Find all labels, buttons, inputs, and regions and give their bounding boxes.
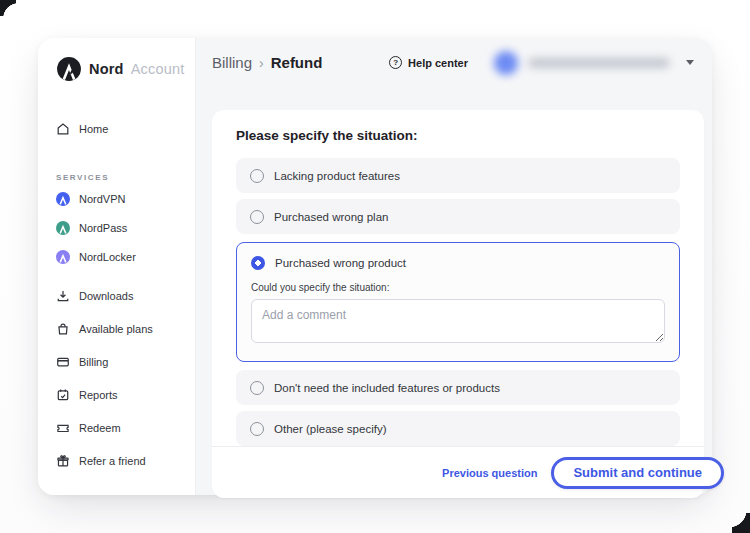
sidebar-item-label: Reports (79, 389, 118, 401)
chevron-right-icon: › (259, 55, 264, 71)
topbar-right: ? Help center (389, 51, 694, 75)
option-dont-need-features[interactable]: Don't need the included features or prod… (236, 370, 680, 405)
help-center-button[interactable]: ? Help center (389, 56, 468, 69)
sidebar: Nord Account Home SERVICES NordVPN (38, 38, 196, 495)
breadcrumb-billing[interactable]: Billing (212, 54, 252, 71)
option-label: Purchased wrong plan (274, 211, 388, 223)
sidebar-item-nordlocker[interactable]: NordLocker (56, 242, 179, 271)
nordpass-icon (56, 221, 70, 235)
option-lacking-product-features[interactable]: Lacking product features (236, 158, 680, 193)
followup-question-label: Could you specify the situation: (251, 282, 665, 293)
gift-icon (56, 454, 70, 468)
submit-and-continue-button[interactable]: Submit and continue (551, 457, 724, 489)
radio-unselected-icon[interactable] (250, 169, 264, 183)
sidebar-item-nordvpn[interactable]: NordVPN (56, 184, 179, 213)
sidebar-item-label: NordPass (79, 222, 127, 234)
option-label: Lacking product features (274, 170, 400, 182)
option-label: Don't need the included features or prod… (274, 382, 500, 394)
ticket-icon (56, 421, 70, 435)
home-icon (56, 122, 70, 136)
option-purchased-wrong-product[interactable]: Purchased wrong product (251, 253, 665, 273)
survey-footer: Previous question Submit and continue (212, 446, 704, 498)
radio-unselected-icon[interactable] (250, 422, 264, 436)
option-label: Other (please specify) (274, 423, 387, 435)
report-calendar-icon (56, 388, 70, 402)
option-purchased-wrong-plan[interactable]: Purchased wrong plan (236, 199, 680, 234)
sidebar-item-home[interactable]: Home (56, 114, 179, 144)
survey-question-title: Please specify the situation: (236, 128, 680, 143)
survey-body: Please specify the situation: Lacking pr… (212, 110, 704, 446)
sidebar-item-label: Downloads (79, 290, 133, 302)
option-other[interactable]: Other (please specify) (236, 411, 680, 446)
background-window-corner (732, 513, 750, 533)
option-label: Purchased wrong product (275, 257, 406, 269)
help-center-label: Help center (408, 57, 468, 69)
sidebar-item-label: NordLocker (79, 251, 136, 263)
sidebar-item-available-plans[interactable]: Available plans (56, 312, 179, 345)
sidebar-item-billing[interactable]: Billing (56, 345, 179, 378)
sidebar-item-redeem[interactable]: Redeem (56, 411, 179, 444)
radio-unselected-icon[interactable] (250, 381, 264, 395)
option-purchased-wrong-product-selected: Purchased wrong product Could you specif… (236, 242, 680, 362)
refund-survey-card: Please specify the situation: Lacking pr… (212, 110, 704, 498)
background-window-corner (0, 0, 16, 16)
survey-options: Lacking product features Purchased wrong… (236, 158, 680, 446)
brand-logo[interactable]: Nord Account (56, 52, 179, 86)
nordvpn-icon (56, 192, 70, 206)
nordlocker-icon (56, 250, 70, 264)
services-section-label: SERVICES (56, 170, 179, 184)
avatar (494, 51, 518, 75)
account-name-redacted (528, 58, 670, 68)
previous-question-link[interactable]: Previous question (442, 467, 537, 479)
account-menu[interactable] (494, 51, 694, 75)
brand-name: Nord (89, 61, 124, 77)
sidebar-item-label: Billing (79, 356, 108, 368)
comment-textarea[interactable] (251, 299, 665, 343)
credit-card-icon (56, 355, 70, 369)
sidebar-item-label: Refer a friend (79, 455, 146, 467)
sidebar-item-reports[interactable]: Reports (56, 378, 179, 411)
sidebar-item-label: Home (79, 123, 108, 135)
main-area: Billing › Refund ? Help center (196, 38, 712, 495)
radio-unselected-icon[interactable] (250, 210, 264, 224)
breadcrumb: Billing › Refund (212, 54, 322, 71)
shopping-bag-icon (56, 322, 70, 336)
sidebar-item-label: Available plans (79, 323, 153, 335)
chevron-down-icon (686, 60, 694, 65)
nord-logo-icon (56, 56, 82, 82)
sidebar-item-nordpass[interactable]: NordPass (56, 213, 179, 242)
nord-account-window: Nord Account Home SERVICES NordVPN (38, 38, 712, 495)
sidebar-nav-group: Downloads Available plans (56, 279, 179, 477)
downloads-icon (56, 289, 70, 303)
sidebar-item-label: Redeem (79, 422, 121, 434)
brand-suffix: Account (131, 61, 185, 77)
question-mark-icon: ? (389, 56, 402, 69)
radio-selected-icon[interactable] (251, 256, 265, 270)
topbar: Billing › Refund ? Help center (196, 38, 712, 87)
breadcrumb-refund: Refund (271, 54, 323, 71)
page-background: Nord Account Home SERVICES NordVPN (0, 0, 750, 533)
sidebar-item-label: NordVPN (79, 193, 125, 205)
sidebar-item-refer-a-friend[interactable]: Refer a friend (56, 444, 179, 477)
sidebar-item-downloads[interactable]: Downloads (56, 279, 179, 312)
